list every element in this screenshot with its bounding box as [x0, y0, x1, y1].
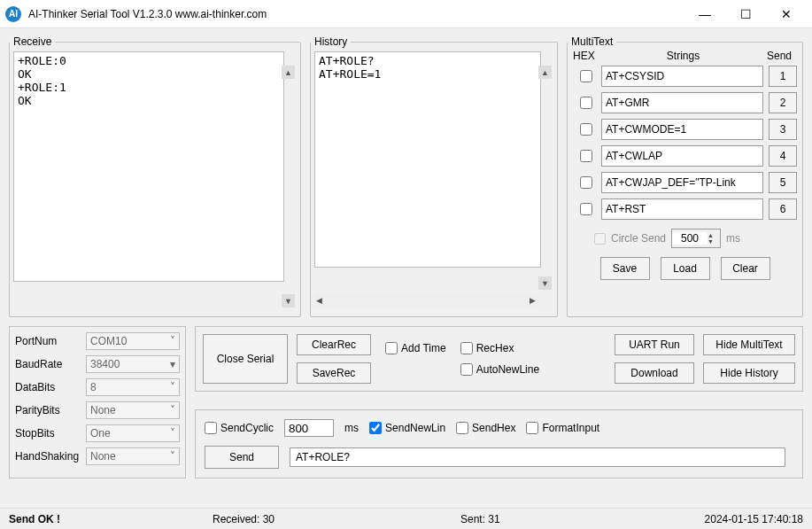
port-settings: PortNumCOM10˅ BaudRate38400▾ DataBits8˅ … — [9, 326, 186, 478]
parity-combo[interactable]: None˅ — [86, 401, 180, 419]
mt-save-button[interactable]: Save — [600, 257, 650, 280]
col-send: Send — [762, 50, 797, 62]
portnum-label: PortNum — [15, 335, 86, 347]
mt-hex-check[interactable] — [580, 150, 592, 162]
statusbar: Send OK ! Received: 30 Sent: 31 2024-01-… — [0, 508, 812, 529]
scroll-up-icon[interactable]: ▲ — [282, 66, 295, 79]
send-hex-check[interactable]: SendHex — [456, 422, 515, 434]
status-ok: Send OK ! — [9, 513, 213, 525]
close-button[interactable]: ✕ — [766, 0, 807, 28]
titlebar: AI AI-Thinker Serial Tool V1.2.3.0 www.a… — [0, 0, 812, 28]
mt-hex-check[interactable] — [580, 123, 592, 136]
format-input-check[interactable]: FormatInput — [526, 422, 599, 434]
portnum-combo[interactable]: COM10˅ — [86, 332, 180, 350]
mt-send-button[interactable]: 4 — [769, 145, 797, 167]
auto-newline-check[interactable]: AutoNewLine — [460, 363, 539, 376]
send-box: SendCyclic ms SendNewLin SendHex FormatI… — [195, 409, 803, 478]
baud-combo[interactable]: 38400▾ — [86, 355, 180, 373]
circle-send-checkbox[interactable] — [594, 233, 606, 245]
mt-string-input[interactable] — [601, 92, 763, 113]
mt-row: 5 — [573, 172, 797, 193]
mt-hex-check[interactable] — [580, 203, 592, 215]
cycle-ms-input[interactable] — [284, 419, 334, 437]
multitext-panel: MultiText HEX Strings Send 123456 Circle… — [567, 35, 803, 317]
mt-row: 2 — [573, 92, 797, 113]
window-title: AI-Thinker Serial Tool V1.2.3.0 www.ai-t… — [28, 8, 684, 20]
stopbits-label: StopBits — [15, 427, 86, 440]
mt-send-button[interactable]: 6 — [769, 198, 797, 220]
stopbits-combo[interactable]: One˅ — [86, 424, 180, 442]
multitext-legend: MultiText — [568, 35, 616, 48]
mt-string-input[interactable] — [601, 66, 763, 87]
rec-hex-check[interactable]: RecHex — [460, 342, 539, 354]
receive-panel: Receive +ROLE:0 OK +ROLE:1 OK ▲ ▼ — [9, 35, 301, 317]
databits-label: DataBits — [15, 381, 86, 393]
hide-multitext-button[interactable]: Hide MultiText — [703, 334, 795, 355]
mt-send-button[interactable]: 5 — [769, 172, 797, 193]
mt-hex-check[interactable] — [580, 97, 592, 109]
command-input[interactable] — [290, 447, 785, 467]
toolbox: Close Serial ClearRec SaveRec Add Time R… — [195, 326, 803, 392]
send-button[interactable]: Send — [205, 446, 279, 469]
mt-string-input[interactable] — [601, 198, 763, 220]
status-sent: Sent: 31 — [460, 513, 705, 525]
history-textarea[interactable]: AT+ROLE? AT+ROLE=1 — [314, 51, 541, 268]
minimize-button[interactable]: — — [684, 0, 725, 28]
status-received: Received: 30 — [213, 513, 460, 525]
mt-row: 1 — [573, 66, 797, 87]
status-time: 2024-01-15 17:40:18 — [705, 513, 803, 525]
receive-legend: Receive — [10, 35, 55, 48]
scroll-down-icon[interactable]: ▼ — [282, 294, 295, 307]
databits-combo[interactable]: 8˅ — [86, 378, 180, 396]
mt-row: 4 — [573, 145, 797, 167]
parity-label: ParityBits — [15, 404, 86, 416]
history-panel: History AT+ROLE? AT+ROLE=1 ▲ ▼ ◀▶ — [310, 35, 558, 317]
send-cyclic-check[interactable]: SendCyclic — [205, 422, 274, 434]
add-time-check[interactable]: Add Time — [385, 342, 446, 354]
scroll-down-icon[interactable]: ▼ — [538, 276, 552, 290]
mt-string-input[interactable] — [601, 145, 763, 167]
mt-send-button[interactable]: 1 — [769, 66, 797, 87]
handshake-combo[interactable]: None˅ — [86, 447, 180, 465]
col-hex: HEX — [573, 50, 605, 62]
mt-hex-check[interactable] — [580, 176, 592, 189]
receive-textarea[interactable]: +ROLE:0 OK +ROLE:1 OK — [13, 51, 284, 282]
clear-rec-button[interactable]: ClearRec — [297, 334, 371, 355]
app-icon: AI — [5, 6, 21, 22]
mt-hex-check[interactable] — [580, 70, 592, 82]
mt-string-input[interactable] — [601, 119, 763, 140]
ms-label: ms — [726, 232, 740, 245]
baud-label: BaudRate — [15, 358, 86, 370]
mt-send-button[interactable]: 3 — [769, 119, 797, 140]
hscroll[interactable]: ◀▶ — [314, 293, 537, 307]
download-button[interactable]: Download — [615, 362, 694, 384]
scroll-up-icon[interactable]: ▲ — [538, 66, 552, 79]
uart-run-button[interactable]: UART Run — [615, 334, 694, 355]
mt-string-input[interactable] — [601, 172, 763, 193]
send-newline-check[interactable]: SendNewLin — [369, 422, 445, 434]
handshake-label: HandShaking — [15, 450, 86, 463]
mt-row: 3 — [573, 119, 797, 140]
circle-send-label: Circle Send — [611, 232, 666, 245]
circle-interval-input[interactable] — [672, 232, 708, 245]
save-rec-button[interactable]: SaveRec — [297, 362, 371, 384]
mt-load-button[interactable]: Load — [661, 257, 710, 280]
maximize-button[interactable]: ☐ — [725, 0, 766, 28]
close-serial-button[interactable]: Close Serial — [203, 334, 288, 384]
ms-label: ms — [344, 422, 359, 434]
circle-interval-spinner[interactable]: ▲▼ — [671, 229, 721, 248]
mt-send-button[interactable]: 2 — [769, 92, 797, 113]
history-legend: History — [311, 35, 351, 48]
col-strings: Strings — [605, 50, 762, 62]
hide-history-button[interactable]: Hide History — [703, 362, 795, 384]
mt-row: 6 — [573, 198, 797, 220]
mt-clear-button[interactable]: Clear — [721, 257, 770, 280]
